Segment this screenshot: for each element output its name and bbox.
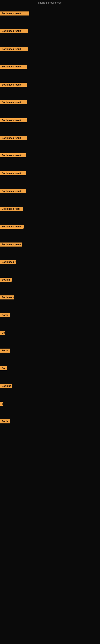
result-row-12: Bottleneck resu [0,207,23,212]
result-row-21: Bott [0,366,7,371]
result-row-4: Bottleneck result [0,64,27,70]
bottleneck-badge-18[interactable]: Bottle [0,313,10,317]
bottleneck-badge-15[interactable]: Bottleneck r [0,260,16,264]
bottleneck-badge-8[interactable]: Bottleneck result [0,136,27,140]
site-title: TheBottlenecker.com [0,0,100,6]
result-row-8: Bottleneck result [0,136,27,141]
bottleneck-badge-2[interactable]: Bottleneck result [0,29,28,33]
result-row-19: Bo [0,331,5,336]
bottleneck-badge-12[interactable]: Bottleneck resu [0,207,23,211]
result-row-3: Bottleneck result [0,47,28,52]
bottleneck-badge-6[interactable]: Bottleneck result [0,100,27,104]
bottleneck-badge-3[interactable]: Bottleneck result [0,47,28,51]
bottleneck-badge-11[interactable]: Bottleneck result [0,189,26,193]
result-row-10: Bottleneck result [0,171,26,176]
bottleneck-badge-19[interactable]: Bo [0,331,5,335]
result-row-2: Bottleneck result [0,29,28,34]
result-row-9: Bottleneck result [0,153,26,158]
result-row-11: Bottleneck result [0,189,26,194]
bottleneck-badge-4[interactable]: Bottleneck result [0,64,27,69]
bottleneck-badge-1[interactable]: Bottleneck result [0,12,29,16]
result-row-17: Bottleneck [0,296,14,300]
bottleneck-badge-20[interactable]: Bottle [0,348,10,352]
result-row-23: B [0,402,3,406]
result-row-22: Bottlene [0,384,12,389]
bottleneck-badge-21[interactable]: Bott [0,366,7,370]
result-row-6: Bottleneck result [0,100,27,105]
result-row-15: Bottleneck r [0,260,16,265]
bottleneck-badge-13[interactable]: Bottleneck result [0,224,24,228]
result-row-1: Bottleneck result [0,12,29,16]
bottleneck-badge-7[interactable]: Bottleneck result [0,118,27,122]
bottleneck-badge-5[interactable]: Bottleneck result [0,83,27,87]
result-row-18: Bottle [0,313,10,318]
bottleneck-badge-22[interactable]: Bottlene [0,384,12,388]
result-row-5: Bottleneck result [0,83,27,88]
bottleneck-badge-9[interactable]: Bottleneck result [0,153,26,158]
result-row-7: Bottleneck result [0,118,27,123]
bottleneck-badge-16[interactable]: Bottlen [0,278,12,282]
bottleneck-badge-24[interactable]: Bottle [0,420,10,424]
result-row-24: Bottle [0,420,10,424]
result-row-13: Bottleneck result [0,224,24,230]
result-row-16: Bottlen [0,278,12,282]
result-row-20: Bottle [0,348,10,354]
bottleneck-badge-10[interactable]: Bottleneck result [0,171,26,175]
result-row-14: Bottleneck result [0,242,22,247]
bottleneck-badge-23[interactable]: B [0,402,3,406]
bottleneck-badge-14[interactable]: Bottleneck result [0,242,22,246]
bottleneck-badge-17[interactable]: Bottleneck [0,296,14,300]
